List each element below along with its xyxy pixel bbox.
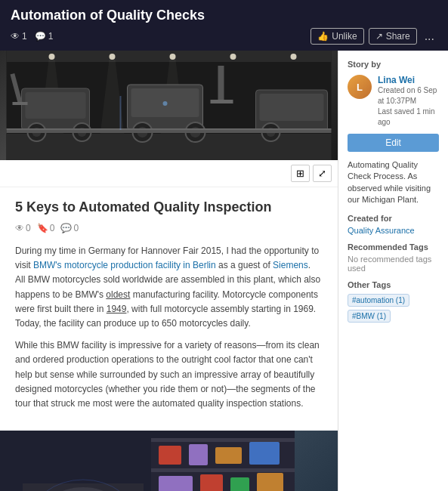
share-button[interactable]: ↗ Share bbox=[369, 28, 417, 45]
svg-point-34 bbox=[163, 101, 168, 106]
svg-rect-12 bbox=[26, 92, 86, 119]
article-comments: 💬 0 bbox=[60, 223, 79, 233]
article-title: 5 Keys to Automated Quality Inspection bbox=[15, 199, 323, 215]
svg-point-3 bbox=[110, 54, 116, 60]
svg-rect-1 bbox=[7, 51, 332, 62]
other-tags-label: Other Tags bbox=[348, 280, 439, 289]
svg-rect-47 bbox=[200, 474, 223, 491]
author-date: Created on 6 Sep at 10:37PM Last saved 1… bbox=[378, 85, 439, 128]
hero-image bbox=[0, 51, 338, 160]
oldest-text: oldest bbox=[106, 289, 130, 300]
grid-icon: ⊞ bbox=[296, 168, 304, 179]
article-meta: 👁 0 🔖 0 💬 0 bbox=[15, 223, 323, 233]
author-section: L Lina Wei Created on 6 Sep at 10:37PM L… bbox=[348, 75, 439, 128]
right-sidebar: Story by L Lina Wei Created on 6 Sep at … bbox=[338, 51, 448, 491]
expand-icon: ⤢ bbox=[318, 168, 326, 179]
unlike-icon: 👍 bbox=[317, 31, 329, 42]
avatar: L bbox=[348, 75, 372, 99]
svg-rect-46 bbox=[159, 476, 193, 491]
created-for-value[interactable]: Quality Assurance bbox=[348, 226, 439, 235]
svg-rect-26 bbox=[211, 100, 233, 103]
article-bookmark: 🔖 0 bbox=[37, 223, 55, 233]
toolbar-row: ⊞ ⤢ bbox=[0, 160, 338, 187]
svg-rect-48 bbox=[230, 477, 249, 491]
page-title: Automation of Quality Checks bbox=[11, 8, 437, 23]
created-date: Created on 6 Sep at 10:37PM bbox=[378, 85, 439, 107]
article-body: During my time in Germany for Hannover F… bbox=[15, 244, 323, 411]
likes-count: 1 bbox=[22, 31, 27, 42]
author-name[interactable]: Lina Wei bbox=[378, 75, 439, 85]
svg-point-5 bbox=[230, 54, 236, 60]
svg-rect-18 bbox=[13, 102, 28, 105]
svg-point-2 bbox=[49, 54, 55, 60]
svg-rect-10 bbox=[7, 134, 332, 160]
svg-rect-32 bbox=[7, 128, 332, 130]
expand-button[interactable]: ⤢ bbox=[313, 165, 332, 182]
article-image bbox=[0, 431, 338, 491]
main-container: Automation of Quality Checks 👁 1 💬 1 👍 U… bbox=[0, 0, 448, 491]
page-header: Automation of Quality Checks 👁 1 💬 1 👍 U… bbox=[0, 0, 448, 51]
svg-point-4 bbox=[170, 54, 176, 60]
tag-automation[interactable]: #automation (1) bbox=[348, 294, 409, 307]
svg-rect-42 bbox=[159, 446, 181, 465]
svg-rect-43 bbox=[189, 444, 208, 465]
story-by-label: Story by bbox=[348, 60, 439, 69]
article-paragraph-1: During my time in Germany for Hannover F… bbox=[15, 244, 323, 331]
grid-view-button[interactable]: ⊞ bbox=[291, 165, 310, 182]
siemens-link[interactable]: Siemens bbox=[273, 260, 308, 270]
comment-icon: 💬 bbox=[35, 31, 46, 42]
author-info: Lina Wei Created on 6 Sep at 10:37PM Las… bbox=[378, 75, 439, 128]
created-for-label: Created for bbox=[348, 214, 439, 223]
header-actions: 👁 1 💬 1 👍 Unlike ↗ Share ... bbox=[11, 28, 437, 45]
svg-rect-28 bbox=[260, 94, 324, 121]
story-description: Automating Quality Check Process. As obs… bbox=[348, 159, 439, 206]
share-label: Share bbox=[386, 31, 410, 42]
comment-section: 💬 1 bbox=[35, 31, 54, 42]
bookmark-icon: 🔖 bbox=[37, 223, 48, 233]
left-panel: ⊞ ⤢ 5 Keys to Automated Quality Inspecti… bbox=[0, 51, 338, 491]
tag-bmw[interactable]: #BMW (1) bbox=[348, 310, 391, 323]
svg-rect-38 bbox=[151, 438, 295, 442]
more-button[interactable]: ... bbox=[422, 29, 437, 43]
svg-rect-25 bbox=[218, 66, 224, 103]
worker-svg bbox=[0, 431, 295, 491]
comments-count: 1 bbox=[48, 31, 54, 42]
bmw-link[interactable]: BMW's motorcycle production facility in … bbox=[33, 260, 216, 270]
like-meta-icon: 👁 bbox=[15, 223, 24, 233]
unlike-label: Unlike bbox=[332, 31, 357, 42]
recommended-tags-label: Recommended Tags bbox=[348, 242, 439, 252]
action-buttons: 👍 Unlike ↗ Share ... bbox=[311, 28, 437, 45]
comment-meta-icon: 💬 bbox=[60, 223, 72, 233]
saved-time: Last saved 1 min ago bbox=[378, 107, 439, 128]
svg-rect-45 bbox=[249, 442, 280, 465]
share-icon: ↗ bbox=[375, 31, 383, 42]
svg-rect-31 bbox=[7, 130, 332, 133]
svg-rect-44 bbox=[215, 447, 242, 464]
content-area: ⊞ ⤢ 5 Keys to Automated Quality Inspecti… bbox=[0, 51, 448, 491]
article-content: 5 Keys to Automated Quality Inspection 👁… bbox=[0, 187, 338, 431]
like-icon: 👁 bbox=[11, 31, 20, 42]
article-paragraph-2: While this BMW facility is impressive fo… bbox=[15, 338, 323, 411]
unlike-button[interactable]: 👍 Unlike bbox=[311, 28, 363, 45]
svg-rect-33 bbox=[120, 96, 122, 130]
like-section: 👁 1 bbox=[11, 31, 27, 42]
svg-rect-49 bbox=[257, 473, 283, 491]
article-likes: 👁 0 bbox=[15, 223, 31, 233]
year-1949: 1949 bbox=[107, 304, 127, 314]
svg-rect-39 bbox=[151, 468, 295, 472]
edit-button[interactable]: Edit bbox=[348, 134, 439, 152]
hero-svg bbox=[0, 51, 338, 160]
svg-point-6 bbox=[291, 54, 297, 60]
no-recommended-tags: No recommended tags used bbox=[348, 255, 439, 273]
other-tags-list: #automation (1) #BMW (1) bbox=[348, 292, 439, 324]
